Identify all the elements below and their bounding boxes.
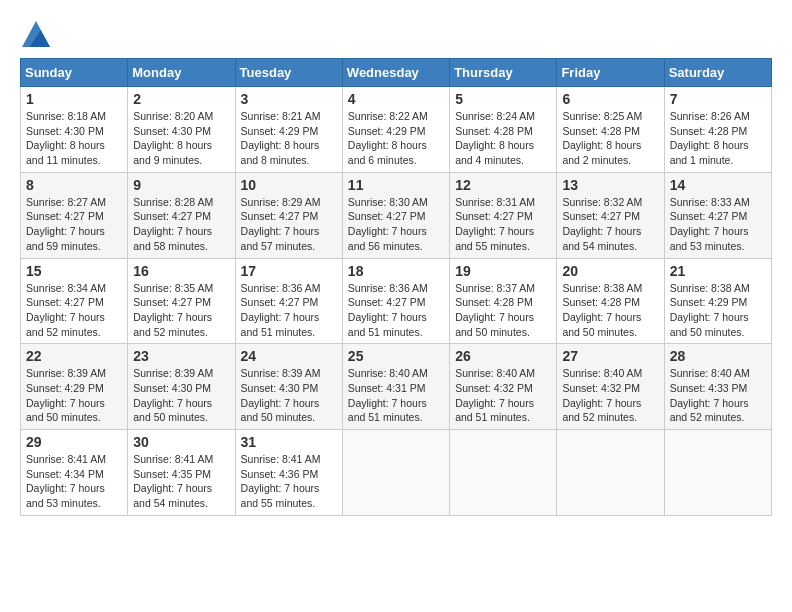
day-header-thursday: Thursday (450, 59, 557, 87)
sunset-label: Sunset: 4:31 PM (348, 382, 426, 394)
sunrise-label: Sunrise: 8:27 AM (26, 196, 106, 208)
calendar-cell: 3 Sunrise: 8:21 AM Sunset: 4:29 PM Dayli… (235, 87, 342, 173)
day-number: 12 (455, 177, 551, 193)
day-info: Sunrise: 8:30 AM Sunset: 4:27 PM Dayligh… (348, 195, 444, 254)
day-number: 11 (348, 177, 444, 193)
day-info: Sunrise: 8:33 AM Sunset: 4:27 PM Dayligh… (670, 195, 766, 254)
calendar-cell: 2 Sunrise: 8:20 AM Sunset: 4:30 PM Dayli… (128, 87, 235, 173)
sunset-label: Sunset: 4:34 PM (26, 468, 104, 480)
sunset-label: Sunset: 4:27 PM (562, 210, 640, 222)
sunrise-label: Sunrise: 8:39 AM (133, 367, 213, 379)
calendar-cell: 22 Sunrise: 8:39 AM Sunset: 4:29 PM Dayl… (21, 344, 128, 430)
sunrise-label: Sunrise: 8:40 AM (348, 367, 428, 379)
calendar-cell: 25 Sunrise: 8:40 AM Sunset: 4:31 PM Dayl… (342, 344, 449, 430)
sunset-label: Sunset: 4:35 PM (133, 468, 211, 480)
day-info: Sunrise: 8:18 AM Sunset: 4:30 PM Dayligh… (26, 109, 122, 168)
day-info: Sunrise: 8:39 AM Sunset: 4:29 PM Dayligh… (26, 366, 122, 425)
sunset-label: Sunset: 4:28 PM (562, 125, 640, 137)
sunrise-label: Sunrise: 8:38 AM (562, 282, 642, 294)
daylight-label: Daylight: 7 hours and 52 minutes. (670, 397, 749, 424)
day-info: Sunrise: 8:22 AM Sunset: 4:29 PM Dayligh… (348, 109, 444, 168)
daylight-label: Daylight: 7 hours and 54 minutes. (562, 225, 641, 252)
calendar-cell: 16 Sunrise: 8:35 AM Sunset: 4:27 PM Dayl… (128, 258, 235, 344)
calendar-cell: 5 Sunrise: 8:24 AM Sunset: 4:28 PM Dayli… (450, 87, 557, 173)
sunrise-label: Sunrise: 8:35 AM (133, 282, 213, 294)
daylight-label: Daylight: 8 hours and 4 minutes. (455, 139, 534, 166)
day-number: 31 (241, 434, 337, 450)
day-info: Sunrise: 8:27 AM Sunset: 4:27 PM Dayligh… (26, 195, 122, 254)
sunrise-label: Sunrise: 8:40 AM (670, 367, 750, 379)
sunrise-label: Sunrise: 8:29 AM (241, 196, 321, 208)
calendar-cell: 14 Sunrise: 8:33 AM Sunset: 4:27 PM Dayl… (664, 172, 771, 258)
day-info: Sunrise: 8:25 AM Sunset: 4:28 PM Dayligh… (562, 109, 658, 168)
sunrise-label: Sunrise: 8:25 AM (562, 110, 642, 122)
sunset-label: Sunset: 4:27 PM (670, 210, 748, 222)
day-number: 29 (26, 434, 122, 450)
day-info: Sunrise: 8:28 AM Sunset: 4:27 PM Dayligh… (133, 195, 229, 254)
sunset-label: Sunset: 4:30 PM (133, 125, 211, 137)
daylight-label: Daylight: 8 hours and 9 minutes. (133, 139, 212, 166)
sunrise-label: Sunrise: 8:34 AM (26, 282, 106, 294)
sunrise-label: Sunrise: 8:31 AM (455, 196, 535, 208)
day-info: Sunrise: 8:40 AM Sunset: 4:33 PM Dayligh… (670, 366, 766, 425)
daylight-label: Daylight: 8 hours and 8 minutes. (241, 139, 320, 166)
day-number: 23 (133, 348, 229, 364)
daylight-label: Daylight: 7 hours and 50 minutes. (562, 311, 641, 338)
day-info: Sunrise: 8:37 AM Sunset: 4:28 PM Dayligh… (455, 281, 551, 340)
sunrise-label: Sunrise: 8:41 AM (241, 453, 321, 465)
day-info: Sunrise: 8:40 AM Sunset: 4:32 PM Dayligh… (455, 366, 551, 425)
sunrise-label: Sunrise: 8:37 AM (455, 282, 535, 294)
day-number: 13 (562, 177, 658, 193)
sunset-label: Sunset: 4:29 PM (26, 382, 104, 394)
day-info: Sunrise: 8:31 AM Sunset: 4:27 PM Dayligh… (455, 195, 551, 254)
sunset-label: Sunset: 4:30 PM (241, 382, 319, 394)
daylight-label: Daylight: 7 hours and 52 minutes. (26, 311, 105, 338)
sunrise-label: Sunrise: 8:18 AM (26, 110, 106, 122)
sunset-label: Sunset: 4:27 PM (133, 296, 211, 308)
week-row-1: 1 Sunrise: 8:18 AM Sunset: 4:30 PM Dayli… (21, 87, 772, 173)
calendar-cell: 6 Sunrise: 8:25 AM Sunset: 4:28 PM Dayli… (557, 87, 664, 173)
day-number: 26 (455, 348, 551, 364)
day-number: 18 (348, 263, 444, 279)
sunset-label: Sunset: 4:27 PM (26, 210, 104, 222)
day-info: Sunrise: 8:38 AM Sunset: 4:28 PM Dayligh… (562, 281, 658, 340)
daylight-label: Daylight: 7 hours and 57 minutes. (241, 225, 320, 252)
sunset-label: Sunset: 4:30 PM (133, 382, 211, 394)
day-number: 7 (670, 91, 766, 107)
day-number: 24 (241, 348, 337, 364)
daylight-label: Daylight: 8 hours and 6 minutes. (348, 139, 427, 166)
calendar-cell: 26 Sunrise: 8:40 AM Sunset: 4:32 PM Dayl… (450, 344, 557, 430)
sunrise-label: Sunrise: 8:36 AM (348, 282, 428, 294)
daylight-label: Daylight: 7 hours and 55 minutes. (241, 482, 320, 509)
day-number: 14 (670, 177, 766, 193)
logo-text (20, 20, 50, 48)
day-info: Sunrise: 8:26 AM Sunset: 4:28 PM Dayligh… (670, 109, 766, 168)
sunset-label: Sunset: 4:27 PM (348, 296, 426, 308)
sunset-label: Sunset: 4:29 PM (670, 296, 748, 308)
day-number: 21 (670, 263, 766, 279)
day-number: 30 (133, 434, 229, 450)
daylight-label: Daylight: 7 hours and 56 minutes. (348, 225, 427, 252)
calendar-cell: 19 Sunrise: 8:37 AM Sunset: 4:28 PM Dayl… (450, 258, 557, 344)
sunrise-label: Sunrise: 8:28 AM (133, 196, 213, 208)
daylight-label: Daylight: 7 hours and 55 minutes. (455, 225, 534, 252)
daylight-label: Daylight: 7 hours and 50 minutes. (670, 311, 749, 338)
daylight-label: Daylight: 7 hours and 52 minutes. (133, 311, 212, 338)
calendar-cell: 21 Sunrise: 8:38 AM Sunset: 4:29 PM Dayl… (664, 258, 771, 344)
day-info: Sunrise: 8:36 AM Sunset: 4:27 PM Dayligh… (348, 281, 444, 340)
calendar-cell: 23 Sunrise: 8:39 AM Sunset: 4:30 PM Dayl… (128, 344, 235, 430)
sunset-label: Sunset: 4:30 PM (26, 125, 104, 137)
day-header-sunday: Sunday (21, 59, 128, 87)
sunrise-label: Sunrise: 8:20 AM (133, 110, 213, 122)
day-info: Sunrise: 8:20 AM Sunset: 4:30 PM Dayligh… (133, 109, 229, 168)
day-number: 19 (455, 263, 551, 279)
daylight-label: Daylight: 8 hours and 2 minutes. (562, 139, 641, 166)
calendar-cell: 20 Sunrise: 8:38 AM Sunset: 4:28 PM Dayl… (557, 258, 664, 344)
calendar-cell: 17 Sunrise: 8:36 AM Sunset: 4:27 PM Dayl… (235, 258, 342, 344)
day-number: 20 (562, 263, 658, 279)
day-number: 17 (241, 263, 337, 279)
daylight-label: Daylight: 7 hours and 50 minutes. (133, 397, 212, 424)
calendar-cell: 10 Sunrise: 8:29 AM Sunset: 4:27 PM Dayl… (235, 172, 342, 258)
day-number: 22 (26, 348, 122, 364)
logo (20, 20, 50, 48)
